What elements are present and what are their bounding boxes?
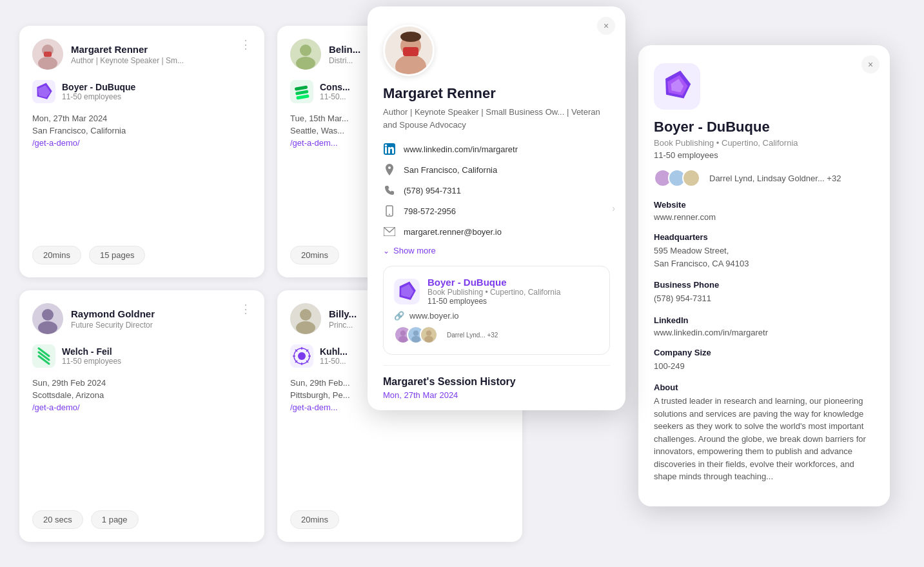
card-time-billy: 20mins	[290, 510, 339, 529]
company-linkedin-label: LinkedIn	[654, 315, 874, 325]
card-date-margaret: Mon, 27th Mar 2024	[32, 114, 251, 123]
card-location-margaret: San Francisco, California	[32, 126, 251, 135]
company-website-section: Website www.renner.com	[654, 200, 874, 222]
mobile-icon	[383, 204, 396, 217]
company-hq-value: 595 Meadow Street, San Francisco, CA 941…	[654, 244, 874, 270]
company-mini-team: Darrel Lynd... +32	[447, 332, 498, 339]
company-hq-section: Headquarters 595 Meadow Street, San Fran…	[654, 232, 874, 270]
card-menu-margaret[interactable]: ⋮	[240, 39, 251, 50]
team-avatar-3	[420, 326, 438, 344]
avatar-margaret	[32, 39, 63, 70]
popup-person-name: Margaret Renner	[383, 85, 610, 102]
svg-point-53	[413, 330, 419, 336]
card-menu-raymond[interactable]: ⋮	[240, 303, 251, 315]
company-phone-value: (578) 954-7311	[654, 292, 874, 305]
card-pages-raymond: 1 page	[91, 510, 139, 529]
card-title-belinda: Distri...	[329, 56, 360, 65]
popup-mobile-value: 798-572-2956	[404, 206, 456, 216]
company-mini-website-row: 🔗 www.boyer.io	[394, 311, 599, 321]
svg-point-54	[411, 336, 420, 343]
company-mini-size: 11-50 employees	[428, 297, 560, 306]
company-mini-website: www.boyer.io	[409, 311, 459, 321]
svg-point-51	[398, 336, 408, 343]
popup-mobile-row: 798-572-2956	[383, 204, 610, 217]
card-time-raymond: 20 secs	[32, 510, 83, 529]
card-link-raymond[interactable]: /get-a-demo/	[32, 403, 251, 412]
avatar-belinda	[290, 39, 321, 70]
svg-point-15	[42, 309, 54, 321]
card-link-margaret[interactable]: /get-a-demo/	[32, 138, 251, 148]
svg-point-50	[400, 330, 406, 336]
company-row-margaret: Boyer - DuBuque 11-50 employees	[32, 80, 251, 103]
card-person-margaret: Margaret Renner Author | Keynote Speaker…	[32, 39, 184, 70]
card-raymond[interactable]: Raymond Goldner Future Security Director…	[19, 290, 264, 542]
card-name-billy: Billy...	[329, 308, 357, 319]
company-popup-size: 11-50 employees	[654, 150, 874, 160]
company-name-margaret: Boyer - DuBuque	[62, 82, 135, 92]
popup-location-value: San Francisco, California	[404, 165, 497, 175]
card-date-raymond: Sun, 29th Feb 2024	[32, 378, 251, 388]
card-title-margaret: Author | Keynote Speaker | Sm...	[71, 56, 184, 65]
company-size-section: Company Size 100-249	[654, 348, 874, 373]
company-mini-meta: Book Publishing • Cupertino, California	[428, 288, 560, 297]
svg-point-23	[296, 321, 315, 334]
svg-point-34	[298, 352, 306, 360]
company-linkedin-value: www.linkedin.com/in/margaretr	[654, 328, 874, 337]
company-about-section: About A trusted leader in research and l…	[654, 383, 874, 483]
company-about-label: About	[654, 383, 874, 392]
session-history-section: Margaret's Session History Mon, 27th Mar…	[383, 365, 610, 410]
svg-point-44	[389, 214, 390, 215]
company-team-row: Darrel Lynd, Lindsay Goldner... +32	[654, 169, 874, 187]
company-popup-name: Boyer - DuBuque	[654, 119, 874, 135]
svg-point-39	[400, 32, 421, 42]
company-phone-section: Business Phone (578) 954-7311	[654, 280, 874, 305]
popup-person-close[interactable]: ×	[597, 17, 615, 35]
company-mini-team-row: Darrel Lynd... +32	[394, 326, 599, 344]
company-size-value: 100-249	[654, 360, 874, 373]
popup-company-close[interactable]: ×	[861, 55, 880, 74]
company-phone-label: Business Phone	[654, 280, 874, 290]
company-popup-meta: Book Publishing • Cupertino, California	[654, 138, 874, 148]
show-more-button[interactable]: ⌄ Show more	[383, 246, 610, 255]
company-name-billy: Kuhl...	[320, 346, 348, 357]
company-website-label: Website	[654, 200, 874, 210]
card-margaret[interactable]: Margaret Renner Author | Keynote Speaker…	[19, 26, 264, 277]
company-logo-billy	[290, 344, 313, 368]
show-more-label: Show more	[393, 246, 436, 255]
card-time-margaret: 20mins	[32, 246, 81, 264]
svg-rect-38	[403, 47, 418, 56]
company-linkedin-section: LinkedIn www.linkedin.com/in/margaretr	[654, 315, 874, 337]
svg-point-57	[424, 336, 433, 343]
svg-point-42	[385, 144, 388, 147]
session-history-title: Margaret's Session History	[383, 376, 610, 388]
avatar-raymond	[32, 303, 63, 334]
company-size-raymond: 11-50 employees	[62, 357, 121, 366]
company-mini-card[interactable]: Boyer - DuBuque Book Publishing • Cupert…	[383, 266, 610, 355]
company-name-belinda: Cons...	[320, 82, 350, 92]
card-person-billy: Billy... Princ...	[290, 303, 357, 334]
location-icon	[383, 163, 396, 176]
popup-company-detail: × Boyer - DuBuque Book Publishing • Cupe…	[638, 45, 890, 506]
company-logo-large	[654, 63, 700, 110]
company-mini-logo	[394, 279, 420, 304]
svg-point-9	[296, 57, 315, 70]
popup-linkedin-row: www.linkedin.com/in/margaretr	[383, 143, 610, 155]
company-logo-raymond	[32, 344, 55, 368]
popup-phone-value: (578) 954-7311	[404, 186, 461, 195]
scroll-right-icon: ›	[612, 203, 615, 214]
popup-phone-row: (578) 954-7311	[383, 184, 610, 197]
company-logo-margaret	[32, 80, 55, 103]
popup-person-avatar	[383, 25, 435, 76]
company-size-label: Company Size	[654, 348, 874, 357]
svg-point-8	[300, 45, 311, 56]
card-time-belinda: 20mins	[290, 246, 339, 264]
company-team-label: Darrel Lynd, Lindsay Goldner... +32	[709, 174, 841, 183]
popup-linkedin-value: www.linkedin.com/in/margaretr	[404, 144, 518, 154]
svg-rect-41	[385, 147, 387, 154]
card-name-raymond: Raymond Goldner	[71, 308, 155, 319]
svg-point-16	[38, 321, 57, 334]
card-pages-margaret: 15 pages	[89, 246, 146, 264]
company-name-raymond: Welch - Feil	[62, 346, 121, 357]
company-website-value: www.renner.com	[654, 212, 874, 222]
company-size-margaret: 11-50 employees	[62, 92, 135, 101]
